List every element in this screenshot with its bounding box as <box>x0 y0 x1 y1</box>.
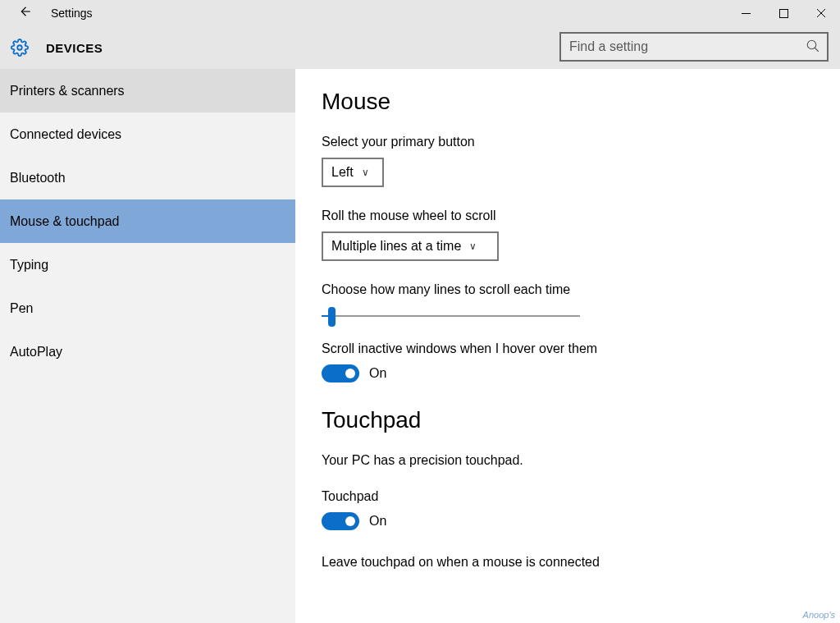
search-input[interactable] <box>559 32 829 62</box>
toggle-knob <box>345 369 355 378</box>
svg-point-2 <box>17 45 22 50</box>
svg-rect-0 <box>742 13 751 14</box>
sidebar-item-printers-scanners[interactable]: Printers & scanners <box>0 69 295 112</box>
svg-rect-1 <box>779 9 788 17</box>
leave-touchpad-on-label: Leave touchpad on when a mouse is connec… <box>322 555 814 570</box>
scroll-mode-value: Multiple lines at a time <box>331 239 461 254</box>
chevron-down-icon: ∨ <box>469 240 477 252</box>
back-arrow-icon <box>17 4 32 19</box>
category-label: DEVICES <box>46 41 103 55</box>
watermark: Anoop's <box>803 610 835 620</box>
sidebar-item-label: AutoPlay <box>10 345 62 360</box>
sidebar-item-label: Typing <box>10 258 48 273</box>
lines-to-scroll-label: Choose how many lines to scroll each tim… <box>322 282 814 297</box>
minimize-icon <box>742 9 751 18</box>
sidebar: Printers & scannersConnected devicesBlue… <box>0 69 295 623</box>
sidebar-item-autoplay[interactable]: AutoPlay <box>0 330 295 373</box>
minimize-button[interactable] <box>727 0 765 26</box>
back-button[interactable] <box>13 4 36 23</box>
toggle-knob <box>345 516 355 526</box>
maximize-icon <box>779 9 788 18</box>
sidebar-item-label: Pen <box>10 301 33 316</box>
scroll-inactive-label: Scroll inactive windows when I hover ove… <box>322 341 814 356</box>
precision-touchpad-text: Your PC has a precision touchpad. <box>322 453 814 468</box>
slider-thumb[interactable] <box>328 307 336 327</box>
window-buttons <box>727 0 840 26</box>
close-button[interactable] <box>802 0 840 26</box>
scroll-inactive-state: On <box>369 366 386 381</box>
primary-button-select[interactable]: Left ∨ <box>322 158 384 187</box>
sidebar-item-connected-devices[interactable]: Connected devices <box>0 112 295 156</box>
header: DEVICES <box>0 26 840 69</box>
scroll-mode-select[interactable]: Multiple lines at a time ∨ <box>322 231 499 261</box>
content: Mouse Select your primary button Left ∨ … <box>295 69 840 623</box>
search-wrap <box>559 32 829 62</box>
sidebar-item-bluetooth[interactable]: Bluetooth <box>0 156 295 199</box>
lines-to-scroll-slider[interactable] <box>322 305 580 327</box>
sidebar-item-label: Connected devices <box>10 127 121 142</box>
sidebar-item-label: Mouse & touchpad <box>10 214 119 229</box>
touchpad-toggle-row: On <box>322 512 814 530</box>
primary-button-value: Left <box>331 165 354 180</box>
scroll-inactive-row: On <box>322 364 814 383</box>
sidebar-item-label: Bluetooth <box>10 171 66 186</box>
close-icon <box>816 8 826 18</box>
sidebar-item-label: Printers & scanners <box>10 84 125 98</box>
settings-gear-icon[interactable] <box>10 38 30 57</box>
touchpad-toggle[interactable] <box>322 512 359 530</box>
sidebar-item-mouse-touchpad[interactable]: Mouse & touchpad <box>0 199 295 243</box>
scroll-mode-label: Roll the mouse wheel to scroll <box>322 208 814 223</box>
body: Printers & scannersConnected devicesBlue… <box>0 69 840 623</box>
mouse-heading: Mouse <box>322 89 814 115</box>
scroll-inactive-toggle[interactable] <box>322 364 359 383</box>
slider-track <box>322 315 580 317</box>
chevron-down-icon: ∨ <box>362 167 369 178</box>
touchpad-toggle-label: Touchpad <box>322 489 814 504</box>
sidebar-item-typing[interactable]: Typing <box>0 243 295 286</box>
touchpad-toggle-state: On <box>369 514 386 529</box>
sidebar-item-pen[interactable]: Pen <box>0 286 295 330</box>
window-title: Settings <box>51 7 93 20</box>
maximize-button[interactable] <box>765 0 802 26</box>
touchpad-heading: Touchpad <box>322 407 814 433</box>
titlebar: Settings <box>0 0 840 26</box>
primary-button-label: Select your primary button <box>322 135 814 149</box>
